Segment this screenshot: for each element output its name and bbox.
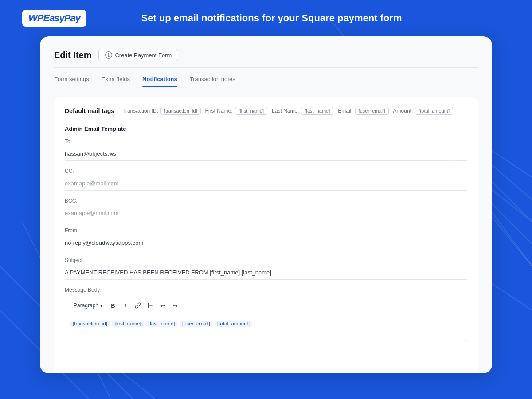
- editor-toolbar: Paragraph ▾ B I: [65, 296, 467, 315]
- paragraph-label: Paragraph: [74, 302, 98, 309]
- italic-button[interactable]: I: [120, 300, 131, 311]
- content-area: Default mail tags Transaction ID: [trans…: [54, 97, 478, 373]
- tab-notifications[interactable]: Notifications: [142, 76, 177, 87]
- editor-tag-total-amount: [total_amount]: [215, 321, 252, 327]
- mail-tags-row: Default mail tags Transaction ID: [trans…: [65, 107, 467, 115]
- cc-field-group: CC:: [65, 168, 467, 191]
- info-icon: ℹ: [105, 51, 112, 59]
- tag-email-value: [user_email]: [355, 107, 389, 115]
- subject-value[interactable]: A PAYMENT RECEIVED HAS BEEN RECEIVED FRO…: [65, 266, 467, 280]
- logo: WPEasyPay: [22, 10, 86, 27]
- tag-transaction-id-value: [transaction_id]: [160, 107, 201, 115]
- tag-first-name-label: First Name:: [205, 108, 233, 114]
- tag-transaction-id: Transaction ID: [transaction_id]: [122, 107, 201, 115]
- svg-point-17: [148, 307, 149, 308]
- from-label: From:: [65, 227, 467, 234]
- tab-form-settings[interactable]: Form settings: [54, 76, 89, 87]
- create-btn-label: Create Payment Form: [115, 52, 172, 59]
- editor-container: Paragraph ▾ B I: [65, 296, 467, 342]
- svg-point-15: [148, 304, 149, 305]
- tab-transaction-notes[interactable]: Transaction notes: [190, 76, 235, 87]
- paragraph-select[interactable]: Paragraph ▾: [70, 301, 106, 310]
- message-body-section: Message Body: Paragraph ▾ B I: [65, 287, 467, 342]
- svg-point-16: [148, 305, 149, 306]
- cc-input[interactable]: [65, 176, 467, 191]
- undo-button[interactable]: ↩: [157, 300, 168, 311]
- tag-amount-label: Amount:: [393, 108, 413, 114]
- tag-amount: Amount: [total_amount]: [393, 107, 453, 115]
- edit-item-title: Edit Item: [54, 50, 91, 60]
- tag-amount-value: [total_amount]: [415, 107, 453, 115]
- to-label: To:: [65, 138, 467, 145]
- bold-button[interactable]: B: [107, 300, 119, 311]
- logo-text: WPEasyPay: [28, 12, 80, 24]
- chevron-down-icon: ▾: [100, 303, 102, 308]
- tag-email: Email: [user_email]: [338, 107, 388, 115]
- from-input[interactable]: [65, 236, 467, 250]
- tabs: Form settings Extra fields Notifications…: [54, 76, 478, 87]
- mail-tags-title: Default mail tags: [65, 107, 114, 114]
- to-field-group: To:: [65, 138, 467, 161]
- bcc-label: BCC:: [65, 198, 467, 204]
- editor-tag-last-name: [last_name]: [146, 321, 177, 327]
- editor-tag-first-name: [first_name]: [112, 321, 143, 327]
- subject-label: Subject:: [65, 257, 467, 263]
- list-button[interactable]: [145, 300, 156, 311]
- tag-last-name: Last Name: [last_name]: [272, 107, 333, 115]
- tag-first-name: First Name: [first_name]: [205, 107, 267, 115]
- cc-label: CC:: [65, 168, 467, 174]
- editor-tag-user-email: [user_email]: [180, 321, 212, 327]
- tag-last-name-value: [last_name]: [301, 107, 333, 115]
- bcc-field-group: BCC:: [65, 198, 467, 220]
- link-button[interactable]: [132, 300, 144, 311]
- editor-tag-transaction-id: [transaction_id]: [70, 321, 110, 327]
- tag-last-name-label: Last Name:: [272, 108, 299, 114]
- main-card: Edit Item ℹ Create Payment Form Form set…: [40, 36, 492, 373]
- header-title: Set up email notifications for your Squa…: [104, 12, 439, 24]
- from-field-group: From:: [65, 227, 467, 250]
- editor-content[interactable]: [transaction_id] [first_name] [last_name…: [65, 315, 467, 342]
- create-payment-form-button[interactable]: ℹ Create Payment Form: [98, 49, 178, 61]
- header: WPEasyPay Set up email notifications for…: [0, 0, 532, 36]
- tag-transaction-id-label: Transaction ID:: [122, 108, 158, 114]
- message-body-label: Message Body:: [65, 287, 467, 293]
- to-input[interactable]: [65, 147, 467, 161]
- tag-email-label: Email:: [338, 108, 352, 114]
- logo-wp: WP: [28, 12, 43, 23]
- subject-field-group: Subject: A PAYMENT RECEIVED HAS BEEN REC…: [65, 257, 467, 280]
- tab-extra-fields[interactable]: Extra fields: [102, 76, 130, 87]
- bcc-input[interactable]: [65, 206, 467, 220]
- admin-email-template-title: Admin Email Template: [65, 125, 467, 132]
- tag-first-name-value: [first_name]: [235, 107, 267, 115]
- redo-button[interactable]: ↪: [169, 300, 181, 311]
- edit-header: Edit Item ℹ Create Payment Form: [54, 49, 478, 68]
